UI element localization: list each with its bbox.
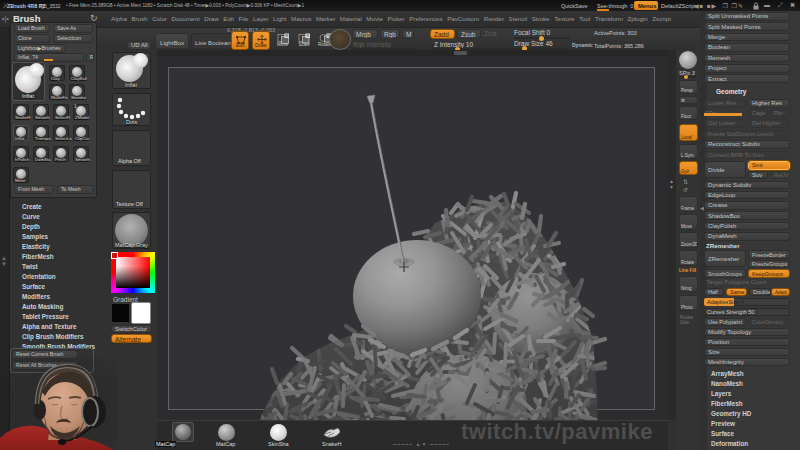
svg-text:M: M: [285, 34, 288, 38]
